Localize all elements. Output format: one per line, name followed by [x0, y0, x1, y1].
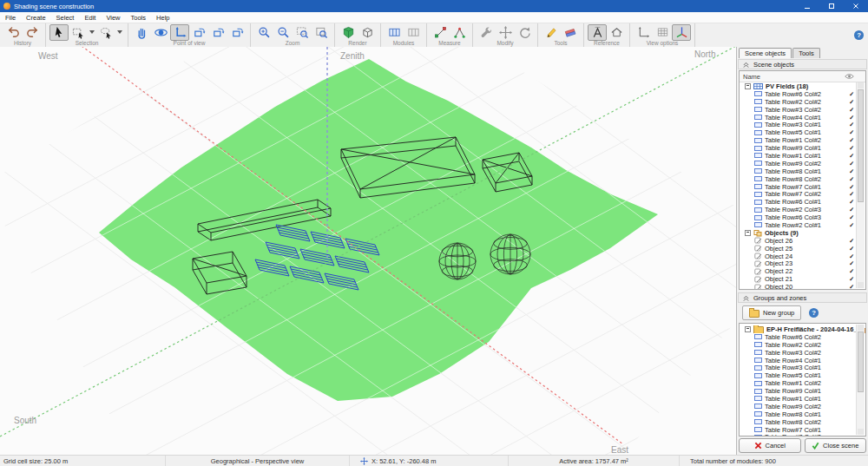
zoom-window-button[interactable] — [293, 24, 312, 41]
visibility-eye-icon[interactable] — [845, 73, 854, 80]
axis-view-button[interactable] — [170, 24, 189, 41]
group-folder-row[interactable]: EP-H Freifläche - 2024-04-16_export. — [740, 325, 865, 333]
group-item-row[interactable]: Table Row#8 Col#2 — [740, 418, 865, 426]
collapse-expander-icon[interactable] — [745, 83, 751, 89]
pv-field-row[interactable]: Table Row#6 Col#3 — [740, 213, 865, 221]
marquee-select-button[interactable] — [69, 24, 88, 41]
dropdown-caret[interactable] — [89, 30, 95, 34]
tab-tools[interactable]: Tools — [792, 48, 820, 58]
scene-objects-header[interactable]: Scene objects — [738, 59, 867, 69]
pan-hand-button[interactable] — [132, 24, 151, 41]
pv-field-row[interactable]: Table Row#2 Col#3 — [740, 206, 865, 213]
menu-item[interactable]: File — [0, 14, 21, 22]
pencil-button[interactable] — [542, 24, 561, 41]
collapse-expander-icon[interactable] — [745, 230, 751, 236]
object-row[interactable]: Object 20 — [740, 283, 865, 290]
collapse-expander-icon[interactable] — [745, 326, 751, 332]
group-item-row[interactable]: Table Row#1 Col#2 — [740, 379, 865, 387]
pv-field-row[interactable]: Table Row#8 Col#2 — [740, 175, 865, 183]
menu-item[interactable]: Select — [51, 14, 80, 22]
tree-column-header[interactable]: Name — [740, 71, 865, 82]
solid-render-button[interactable] — [339, 24, 358, 41]
object-row[interactable]: Object 21 — [740, 275, 865, 283]
pv-field-row[interactable]: Table Row#1 Col#2 — [740, 136, 865, 144]
objects-group-row[interactable]: Objects (9) — [740, 229, 865, 237]
group-item-row[interactable]: Table Row#8 Col#1 — [740, 410, 865, 418]
close-button[interactable] — [844, 0, 868, 12]
eraser-button[interactable] — [561, 24, 580, 41]
rotate-z-button[interactable] — [208, 24, 227, 41]
pv-field-row[interactable]: Table Row#3 Col#2 — [740, 106, 865, 114]
cursor-select-button[interactable] — [49, 24, 69, 41]
scrollbar-thumb[interactable] — [858, 331, 864, 392]
wrench-button[interactable] — [477, 24, 496, 41]
rotate-object-button[interactable] — [515, 24, 534, 41]
pv-field-row[interactable]: Table Row#4 Col#1 — [740, 114, 865, 121]
groups-help-button[interactable]: ? — [808, 307, 819, 318]
pv-field-row[interactable]: Table Row#5 Col#1 — [740, 128, 865, 136]
axes-button[interactable] — [672, 24, 691, 41]
redo-button[interactable] — [23, 24, 42, 41]
new-group-button[interactable]: New group — [742, 305, 801, 320]
pv-fields-group-row[interactable]: PV Fields (18) — [740, 82, 865, 90]
group-item-row[interactable]: Table Row#4 Col#1 — [740, 357, 865, 364]
zoom-out-button[interactable] — [273, 24, 293, 41]
undo-button[interactable] — [3, 24, 23, 41]
pv-field-row[interactable]: Table Row#8 Col#1 — [740, 167, 865, 175]
rotate-x-button[interactable] — [189, 24, 208, 41]
pv-field-row[interactable]: Table Row#3 Col#1 — [740, 121, 865, 128]
group-item-row[interactable]: Table Row#9 Col#1 — [740, 387, 865, 395]
zoom-extents-button[interactable] — [312, 24, 331, 41]
group-item-row[interactable]: Table Row#3 Col#2 — [740, 349, 865, 357]
menu-item[interactable]: Tools — [126, 14, 152, 22]
measure-angle-button[interactable] — [450, 24, 469, 41]
pv-field-row[interactable]: Table Row#2 Col#2 — [740, 98, 865, 106]
group-item-row[interactable]: Table Row#5 Col#1 — [740, 371, 865, 379]
scrollbar[interactable] — [856, 325, 865, 435]
pv-field-row[interactable]: Table Row#2 Col#1 — [740, 221, 865, 229]
dropdown-caret[interactable] — [117, 30, 122, 34]
lasso-select-button[interactable] — [96, 24, 115, 41]
restore-button[interactable] — [819, 0, 844, 12]
help-button[interactable]: ? — [849, 23, 868, 47]
group-item-row[interactable]: Table Row#1 Col#1 — [740, 395, 865, 403]
group-item-row[interactable]: Table Row#2 Col#2 — [740, 341, 865, 349]
group-item-row[interactable]: Table Row#9 Col#2 — [740, 403, 865, 410]
pv-field-row[interactable]: Table Row#7 Col#2 — [740, 190, 865, 198]
pv-field-row[interactable]: Table Row#1 Col#1 — [740, 152, 865, 160]
menu-item[interactable]: Create — [21, 14, 51, 22]
orbit-button[interactable] — [151, 24, 170, 41]
rotate-y-button[interactable] — [227, 24, 247, 41]
object-row[interactable]: Object 24 — [740, 253, 865, 260]
scrollbar-thumb[interactable] — [858, 89, 864, 202]
modules-on-button[interactable] — [385, 24, 404, 41]
scrollbar[interactable] — [856, 82, 865, 288]
tab-scene-objects[interactable]: Scene objects — [739, 48, 792, 58]
menu-item[interactable]: Help — [151, 14, 174, 22]
pv-field-row[interactable]: Table Row#7 Col#1 — [740, 183, 865, 191]
menu-item[interactable]: Edit — [79, 14, 101, 22]
reference-house-button[interactable] — [607, 24, 626, 41]
pv-field-row[interactable]: Table Row#6 Col#2 — [740, 90, 865, 98]
zoom-in-button[interactable] — [254, 24, 273, 41]
wireframe-render-button[interactable] — [358, 24, 377, 41]
close-scene-button[interactable]: Close scene — [805, 438, 867, 453]
measure-distance-button[interactable] — [431, 24, 450, 41]
move-button[interactable] — [496, 24, 515, 41]
group-item-row[interactable]: Table Row#3 Col#1 — [740, 364, 865, 371]
group-item-row[interactable]: Table Row#7 Col#1 — [740, 426, 865, 434]
grid-button[interactable] — [653, 24, 672, 41]
cancel-button[interactable]: Cancel — [739, 438, 801, 453]
menu-item[interactable]: View — [101, 14, 125, 22]
object-row[interactable]: Object 22 — [740, 267, 865, 275]
group-item-row[interactable]: Table Row#6 Col#2 — [740, 333, 865, 341]
modules-off-button[interactable] — [404, 24, 423, 41]
object-row[interactable]: Object 25 — [740, 245, 865, 253]
pv-field-row[interactable]: Table Row#9 Col#2 — [740, 160, 865, 167]
plane-xy-button[interactable] — [634, 24, 653, 41]
scene-viewport[interactable]: West Zenith North South East — [0, 47, 736, 455]
minimize-button[interactable] — [795, 0, 819, 12]
reference-text-button[interactable] — [588, 24, 607, 41]
object-row[interactable]: Object 26 — [740, 237, 865, 245]
pv-field-row[interactable]: Table Row#9 Col#1 — [740, 144, 865, 152]
